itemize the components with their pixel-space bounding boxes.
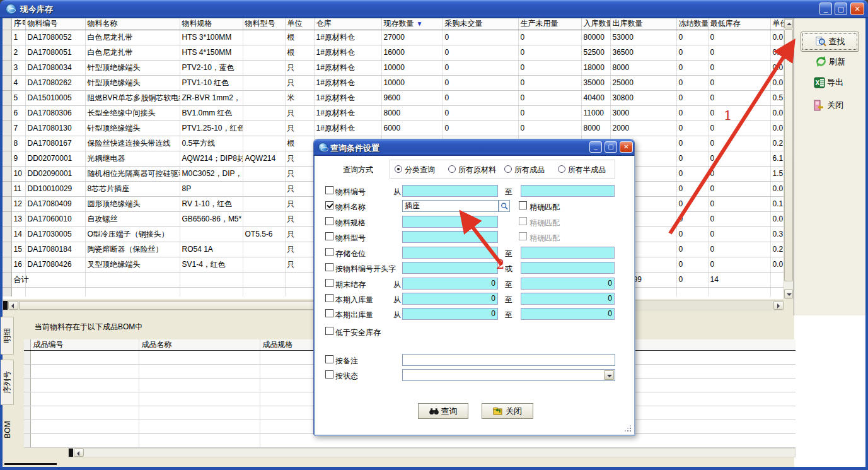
row-indicator[interactable] xyxy=(3,242,11,257)
column-header-6[interactable]: 单位 xyxy=(285,18,314,30)
field-checkbox-unchecked[interactable] xyxy=(325,263,333,271)
field-checkbox-unchecked[interactable] xyxy=(325,309,333,317)
bottom-scrollbar[interactable] xyxy=(68,448,796,457)
field-checkbox-unchecked[interactable] xyxy=(325,327,333,335)
tab-bom[interactable]: BOM xyxy=(1,410,14,449)
close-button[interactable]: ✕ xyxy=(850,3,864,15)
row-indicator[interactable] xyxy=(3,166,11,181)
column-header-15[interactable]: 单价 xyxy=(770,18,784,30)
field-checkbox-unchecked[interactable] xyxy=(325,279,333,287)
field-checkbox-unchecked[interactable] xyxy=(325,355,333,363)
row-indicator[interactable] xyxy=(3,181,11,196)
maximize-button[interactable]: ▢ xyxy=(835,3,847,15)
dialog-input[interactable] xyxy=(402,216,498,228)
row-indicator[interactable] xyxy=(3,45,11,60)
row-indicator[interactable] xyxy=(3,136,11,151)
exact-match-checkbox[interactable] xyxy=(519,201,527,209)
bottom-splitter-handle[interactable] xyxy=(69,449,73,457)
scroll-left-button[interactable] xyxy=(8,301,18,310)
column-header-14[interactable]: 最低库存 xyxy=(708,18,770,30)
dialog-input[interactable] xyxy=(521,185,615,197)
row-indicator[interactable] xyxy=(3,105,11,120)
row-indicator[interactable] xyxy=(3,120,11,136)
dialog-input[interactable] xyxy=(402,247,498,259)
row-indicator[interactable] xyxy=(3,60,11,75)
dialog-input[interactable]: 0 xyxy=(521,278,615,290)
dialog-maximize-button[interactable]: ▢ xyxy=(605,141,617,153)
lookup-magnifier-button[interactable] xyxy=(499,200,510,212)
row-indicator[interactable] xyxy=(3,196,11,211)
refresh-button[interactable]: 刷新 xyxy=(815,56,845,68)
row-indicator[interactable] xyxy=(3,151,11,166)
column-header-4[interactable]: 物料规格 xyxy=(180,18,243,30)
find-button[interactable]: 查找 xyxy=(801,32,859,52)
inventory-row[interactable]: 2DA17080051白色尼龙扎带HTS 4*150MM根1#原材料仓16000… xyxy=(3,45,784,60)
inventory-row[interactable]: 6DA17080306长型全绝缘中间接头BV1.0mm 红色只1#原材料仓800… xyxy=(3,105,784,120)
dialog-input[interactable] xyxy=(402,231,498,243)
field-checkbox-unchecked[interactable] xyxy=(325,248,333,256)
field-checkbox-unchecked[interactable] xyxy=(325,217,333,225)
dialog-input[interactable]: 0 xyxy=(402,278,498,290)
tab-detail[interactable]: 明细 xyxy=(1,317,14,355)
dropdown-arrow-button[interactable] xyxy=(604,370,614,380)
column-header-5[interactable]: 物料型号 xyxy=(243,18,285,30)
bom-column-header-1[interactable]: 成品编号 xyxy=(30,339,139,351)
column-header-8[interactable]: 现存数量▼ xyxy=(381,18,443,30)
minimize-button[interactable]: _ xyxy=(819,3,832,15)
vertical-scrollbar[interactable] xyxy=(784,18,794,299)
field-checkbox-unchecked[interactable] xyxy=(325,370,333,379)
vscroll-thumb[interactable] xyxy=(784,29,793,281)
dialog-input[interactable] xyxy=(521,247,615,259)
inventory-row[interactable]: 3DA17080034针型顶绝缘端头PTV2-10，蓝色只1#原材料仓10000… xyxy=(3,60,784,75)
inventory-row[interactable]: 4DA17080262针型顶绝缘端头PTV1-10 红色只1#原材料仓10000… xyxy=(3,75,784,90)
scroll-up-button[interactable] xyxy=(784,19,793,28)
bom-column-header-2[interactable]: 成品名称 xyxy=(139,339,260,351)
column-header-10[interactable]: 生产未用量 xyxy=(518,18,581,30)
column-header-1[interactable]: 序号 xyxy=(11,18,25,30)
dialog-titlebar[interactable]: 查询条件设置 _ ▢ ✕ xyxy=(314,139,634,156)
field-checkbox-checked[interactable] xyxy=(325,201,333,209)
dialog-close-button2[interactable]: 关闭 xyxy=(482,403,533,419)
column-header-13[interactable]: 冻结数量 xyxy=(676,18,708,30)
inventory-row[interactable]: 7DA17080130针型顶绝缘端头PTV1.25-10，红色只1#原材料仓60… xyxy=(3,120,784,136)
scroll-right-button[interactable] xyxy=(773,301,784,310)
dialog-input[interactable] xyxy=(402,262,498,274)
dialog-close-button[interactable]: ✕ xyxy=(620,141,633,153)
column-header-7[interactable]: 仓库 xyxy=(314,18,381,30)
field-checkbox-unchecked[interactable] xyxy=(325,232,333,240)
row-indicator[interactable] xyxy=(3,90,11,105)
row-indicator[interactable] xyxy=(3,30,11,45)
dialog-search-button[interactable]: 查询 xyxy=(418,403,468,419)
tab-serial[interactable]: 序列号 xyxy=(1,360,14,405)
scroll-down-button[interactable] xyxy=(784,289,793,298)
bottom-scroll-left-button[interactable] xyxy=(74,449,84,457)
column-header-3[interactable]: 物料名称 xyxy=(85,18,180,30)
row-indicator[interactable] xyxy=(3,272,11,287)
status-dropdown[interactable] xyxy=(402,369,615,381)
radio-option[interactable] xyxy=(558,165,565,173)
dialog-input[interactable]: 0 xyxy=(521,308,615,320)
radio-option[interactable] xyxy=(504,165,512,173)
export-button[interactable]: X 导出 xyxy=(814,77,843,88)
splitter-handle[interactable] xyxy=(3,301,8,310)
column-header-2[interactable]: 物料编号 xyxy=(25,18,85,30)
panel-close-button[interactable]: 关闭 xyxy=(813,99,843,112)
dialog-input[interactable] xyxy=(521,262,615,274)
radio-option[interactable] xyxy=(448,165,456,173)
column-header-11[interactable]: 入库数量 xyxy=(581,18,610,30)
dialog-input[interactable]: 0 xyxy=(402,308,498,320)
dialog-resize-grip[interactable] xyxy=(624,425,632,432)
titlebar[interactable]: 现今库存 _ ▢ ✕ xyxy=(0,0,868,18)
dialog-input[interactable]: 0 xyxy=(521,293,615,305)
field-checkbox-unchecked[interactable] xyxy=(325,186,333,194)
column-header-9[interactable]: 采购未交量 xyxy=(443,18,518,30)
row-indicator[interactable] xyxy=(3,211,11,226)
dialog-input[interactable] xyxy=(402,354,615,366)
dialog-minimize-button[interactable]: _ xyxy=(589,141,602,153)
inventory-row[interactable]: 1DA17080052白色尼龙扎带HTS 3*100MM根1#原材料仓27000… xyxy=(3,30,784,45)
row-indicator[interactable] xyxy=(3,226,11,242)
row-indicator[interactable] xyxy=(3,75,11,90)
radio-selected[interactable] xyxy=(395,165,402,173)
material-name-input[interactable]: 插座 xyxy=(402,200,499,212)
dialog-input[interactable]: 0 xyxy=(402,293,498,305)
